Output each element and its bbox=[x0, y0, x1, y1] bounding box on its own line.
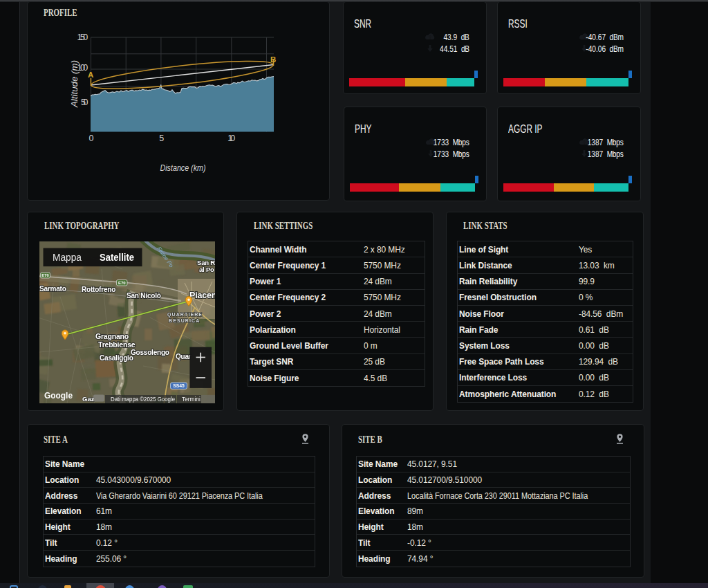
svg-text:50: 50 bbox=[81, 98, 88, 107]
svg-text:San Nicolò: San Nicolò bbox=[127, 292, 161, 300]
svg-text:5: 5 bbox=[159, 134, 164, 143]
svg-text:Google: Google bbox=[44, 390, 73, 401]
svg-text:QUARTIERE: QUARTIERE bbox=[167, 312, 203, 318]
svg-text:Rottofreno: Rottofreno bbox=[82, 286, 115, 293]
svg-text:al Po: al Po bbox=[199, 266, 214, 273]
svg-text:Gossolengo: Gossolengo bbox=[131, 349, 169, 356]
svg-text:E70: E70 bbox=[118, 281, 126, 285]
svg-text:SS45: SS45 bbox=[173, 383, 185, 388]
svg-text:Termini: Termini bbox=[182, 396, 201, 403]
svg-text:150: 150 bbox=[77, 33, 88, 42]
svg-text:Distance (km): Distance (km) bbox=[160, 163, 206, 173]
svg-text:B: B bbox=[270, 55, 276, 64]
svg-text:E70: E70 bbox=[41, 273, 48, 277]
svg-text:Satellite: Satellite bbox=[100, 252, 134, 263]
svg-text:Dati mappa ©2025 Google: Dati mappa ©2025 Google bbox=[111, 396, 175, 403]
svg-text:Altitude (m): Altitude (m) bbox=[69, 60, 80, 108]
svg-text:Mappa: Mappa bbox=[53, 252, 82, 263]
svg-text:0: 0 bbox=[89, 134, 94, 143]
svg-text:10: 10 bbox=[227, 134, 235, 143]
svg-text:Piacen: Piacen bbox=[189, 291, 215, 300]
svg-text:A: A bbox=[88, 71, 93, 79]
svg-text:BESURICA: BESURICA bbox=[169, 318, 200, 323]
svg-text:Casaliggio: Casaliggio bbox=[100, 354, 133, 362]
svg-text:Quar: Quar bbox=[176, 353, 192, 360]
svg-text:Gragnano: Gragnano bbox=[95, 332, 129, 340]
svg-text:Gaz: Gaz bbox=[82, 395, 95, 403]
svg-text:Sarmato: Sarmato bbox=[39, 285, 66, 293]
svg-text:Trebbiense: Trebbiense bbox=[98, 340, 136, 349]
